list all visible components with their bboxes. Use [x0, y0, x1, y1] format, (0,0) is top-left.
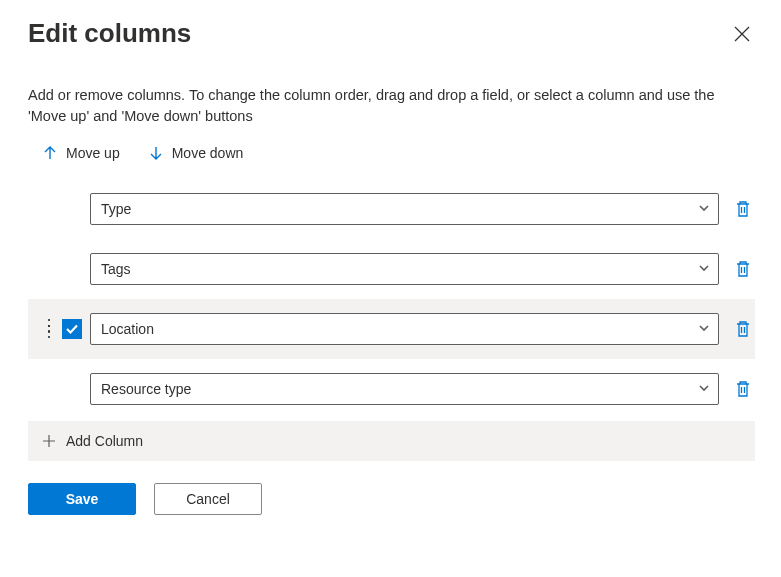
close-button[interactable]	[729, 21, 755, 47]
chevron-down-icon	[698, 201, 710, 217]
column-row: Type	[28, 179, 755, 239]
trash-icon	[735, 200, 751, 218]
column-select[interactable]: Tags	[90, 253, 719, 285]
save-button[interactable]: Save	[28, 483, 136, 515]
arrow-down-icon	[148, 145, 164, 161]
trash-icon	[735, 380, 751, 398]
add-column-button[interactable]: Add Column	[28, 421, 755, 461]
column-row: Resource type	[28, 359, 755, 419]
plus-icon	[42, 434, 56, 448]
edit-columns-panel: Edit columns Add or remove columns. To c…	[0, 0, 781, 541]
delete-column-button[interactable]	[733, 199, 753, 219]
column-label: Tags	[101, 261, 131, 277]
panel-title: Edit columns	[28, 18, 191, 49]
drag-handle-icon[interactable]: ⋮⋮	[41, 323, 56, 335]
column-select[interactable]: Location	[90, 313, 719, 345]
chevron-down-icon	[698, 381, 710, 397]
column-select[interactable]: Resource type	[90, 373, 719, 405]
column-label: Resource type	[101, 381, 191, 397]
column-label: Type	[101, 201, 131, 217]
check-icon	[65, 322, 79, 336]
panel-description: Add or remove columns. To change the col…	[28, 85, 755, 127]
arrow-up-icon	[42, 145, 58, 161]
cancel-button[interactable]: Cancel	[154, 483, 262, 515]
column-list: Type Tags ⋮⋮	[28, 179, 755, 461]
column-label: Location	[101, 321, 154, 337]
chevron-down-icon	[698, 321, 710, 337]
close-icon	[733, 25, 751, 43]
delete-column-button[interactable]	[733, 319, 753, 339]
toolbar: Move up Move down	[28, 145, 755, 161]
column-select[interactable]: Type	[90, 193, 719, 225]
move-down-label: Move down	[172, 145, 244, 161]
footer: Save Cancel	[28, 483, 755, 515]
move-up-button[interactable]: Move up	[42, 145, 120, 161]
row-checkbox[interactable]	[62, 319, 82, 339]
move-down-button[interactable]: Move down	[148, 145, 244, 161]
delete-column-button[interactable]	[733, 259, 753, 279]
trash-icon	[735, 260, 751, 278]
delete-column-button[interactable]	[733, 379, 753, 399]
add-column-label: Add Column	[66, 433, 143, 449]
move-up-label: Move up	[66, 145, 120, 161]
chevron-down-icon	[698, 261, 710, 277]
trash-icon	[735, 320, 751, 338]
column-row: Tags	[28, 239, 755, 299]
column-row: ⋮⋮ Location	[28, 299, 755, 359]
